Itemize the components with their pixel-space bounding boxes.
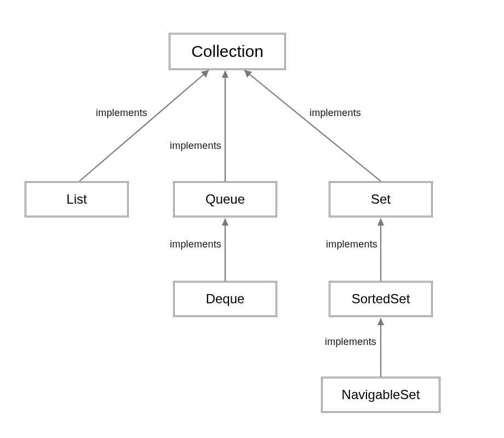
edge-set-collection [244,70,381,181]
node-deque: Deque [173,281,277,317]
node-queue: Queue [173,181,277,217]
edge-label-deque-queue: implements [170,239,221,250]
edge-label-list-collection: implements [96,107,147,119]
edge-label-set-collection: implements [310,107,361,119]
svg-marker-11 [377,318,384,325]
node-label: Set [371,192,391,207]
svg-marker-7 [222,218,228,226]
edge-queue-collection [222,70,228,181]
edge-label-queue-collection: implements [170,140,221,152]
node-list: List [25,181,129,217]
node-label: Collection [191,42,264,61]
node-label: Deque [206,291,245,307]
edge-label-sortedset-set: implements [326,239,377,250]
svg-marker-5 [244,70,252,78]
edge-list-collection [79,70,209,181]
diagram-canvas: Collection List Queue Set Deque SortedSe… [0,0,504,438]
node-sortedset: SortedSet [329,281,433,317]
edge-label-navigableset-sortedset: implements [325,336,376,348]
svg-marker-1 [201,70,209,78]
node-collection: Collection [169,33,286,70]
node-label: NavigableSet [342,387,420,402]
svg-marker-3 [222,70,228,78]
svg-marker-9 [377,218,384,226]
node-label: SortedSet [352,291,410,307]
node-set: Set [329,181,433,217]
edge-deque-queue [222,218,228,281]
node-label: Queue [205,192,245,207]
edge-sortedset-set [377,218,384,281]
svg-line-0 [79,70,209,181]
node-label: List [66,192,87,207]
svg-line-4 [244,70,381,181]
node-navigableset: NavigableSet [321,377,440,413]
edge-navigableset-sortedset [377,318,384,377]
